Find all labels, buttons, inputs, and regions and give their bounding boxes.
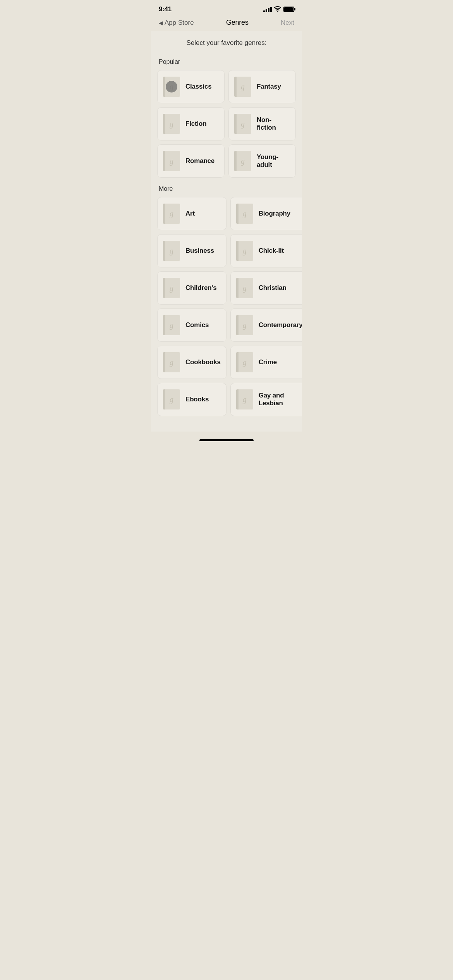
genre-card-non-fiction[interactable]: g Non-fiction <box>228 107 296 140</box>
section-label-more: More <box>151 178 302 197</box>
book-icon-business: g <box>163 241 180 261</box>
book-icon-cookbooks: g <box>163 352 180 372</box>
book-icon-young-adult: g <box>234 151 251 171</box>
book-icon-fiction: g <box>163 114 180 134</box>
genre-card-biography[interactable]: g Biography <box>230 197 302 230</box>
genre-card-fiction[interactable]: g Fiction <box>157 107 225 140</box>
genre-card-ebooks[interactable]: g Ebooks <box>157 383 226 416</box>
genre-card-art[interactable]: g Art <box>157 197 226 230</box>
wifi-icon <box>274 6 281 13</box>
genre-card-romance[interactable]: g Romance <box>157 144 225 178</box>
genre-name-biography: Biography <box>259 210 290 218</box>
next-button[interactable]: Next <box>281 19 294 27</box>
book-icon-biography: g <box>236 204 253 224</box>
subtitle-text: Select your favorite genres: <box>151 31 302 51</box>
genre-card-young-adult[interactable]: g Young-adult <box>228 144 296 178</box>
genre-card-classics[interactable]: g Classics <box>157 70 225 103</box>
book-icon-classics: g <box>163 77 180 97</box>
genre-name-fiction: Fiction <box>185 120 206 128</box>
navigation-bar: ◀ App Store Genres Next <box>151 15 302 31</box>
genre-card-christian[interactable]: g Christian <box>230 271 302 305</box>
genre-name-christian: Christian <box>259 284 287 292</box>
genre-card-chick-lit[interactable]: g Chick-lit <box>230 234 302 267</box>
genre-name-classics: Classics <box>185 83 211 91</box>
genre-name-childrens: Children's <box>185 284 216 292</box>
popular-genre-grid: g Classics g Fantasy g Fiction g <box>151 70 302 178</box>
book-icon-gay-and-lesbian: g <box>236 389 253 409</box>
book-icon-comics: g <box>163 315 180 335</box>
page-title: Genres <box>226 19 249 27</box>
home-indicator <box>199 439 254 441</box>
selected-indicator-classics <box>166 81 177 93</box>
genre-name-non-fiction: Non-fiction <box>257 116 290 132</box>
genre-name-romance: Romance <box>185 157 214 165</box>
book-icon-fantasy: g <box>234 77 251 97</box>
more-genre-grid: g Art g Biography g Business g <box>151 197 302 416</box>
genre-name-gay-and-lesbian: Gay and Lesbian <box>259 392 302 407</box>
genre-name-comics: Comics <box>185 321 209 329</box>
genre-card-crime[interactable]: g Crime <box>230 346 302 379</box>
book-icon-crime: g <box>236 352 253 372</box>
genre-card-business[interactable]: g Business <box>157 234 226 267</box>
back-label: App Store <box>165 19 194 27</box>
genre-card-fantasy[interactable]: g Fantasy <box>228 70 296 103</box>
genre-card-cookbooks[interactable]: g Cookbooks <box>157 346 226 379</box>
book-icon-romance: g <box>163 151 180 171</box>
genre-card-comics[interactable]: g Comics <box>157 308 226 342</box>
genre-name-art: Art <box>185 210 195 218</box>
book-icon-art: g <box>163 204 180 224</box>
genre-card-childrens[interactable]: g Children's <box>157 271 226 305</box>
book-icon-non-fiction: g <box>234 114 251 134</box>
genre-name-chick-lit: Chick-lit <box>259 247 284 255</box>
genre-name-cookbooks: Cookbooks <box>185 358 221 366</box>
content-area: Select your favorite genres: Popular g C… <box>151 31 302 432</box>
back-button[interactable]: ◀ App Store <box>159 19 194 27</box>
status-icons <box>263 6 294 13</box>
section-label-popular: Popular <box>151 51 302 70</box>
back-arrow-icon: ◀ <box>159 20 163 26</box>
book-icon-christian: g <box>236 278 253 298</box>
battery-icon <box>283 7 294 12</box>
status-time: 9:41 <box>159 5 172 13</box>
genre-card-contemporary[interactable]: g Contemporary <box>230 308 302 342</box>
book-icon-childrens: g <box>163 278 180 298</box>
genre-name-business: Business <box>185 247 214 255</box>
status-bar: 9:41 <box>151 0 302 15</box>
book-icon-ebooks: g <box>163 389 180 409</box>
genre-name-ebooks: Ebooks <box>185 396 209 403</box>
genre-name-fantasy: Fantasy <box>257 83 281 91</box>
book-icon-contemporary: g <box>236 315 253 335</box>
signal-icon <box>263 7 272 12</box>
genre-card-gay-and-lesbian[interactable]: g Gay and Lesbian <box>230 383 302 416</box>
book-icon-chick-lit: g <box>236 241 253 261</box>
genre-name-contemporary: Contemporary <box>259 321 302 329</box>
genre-name-young-adult: Young-adult <box>257 153 290 169</box>
genre-name-crime: Crime <box>259 358 277 366</box>
